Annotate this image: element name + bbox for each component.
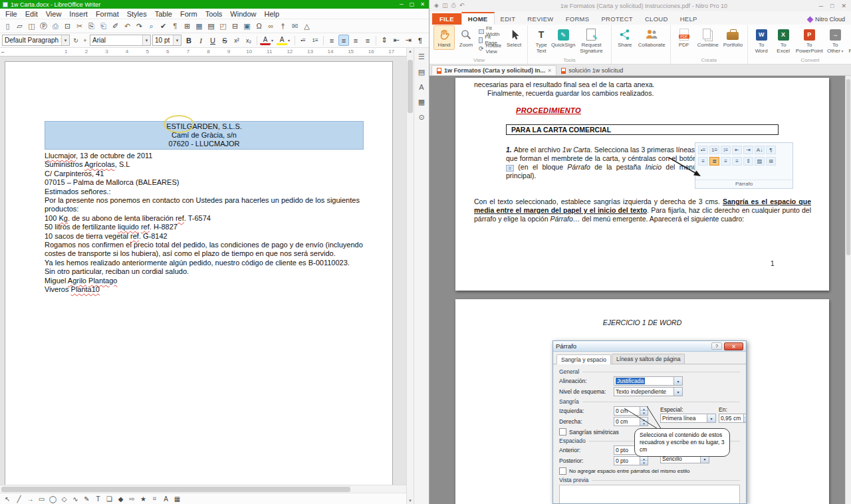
- navigator-icon[interactable]: ⊙: [418, 113, 424, 122]
- minimize-button[interactable]: ─: [400, 0, 404, 9]
- line-spacing-button[interactable]: ⇕: [379, 35, 390, 46]
- font-color-button[interactable]: A: [260, 35, 271, 45]
- align-left-button[interactable]: ≡: [326, 35, 337, 46]
- save-icon[interactable]: ◫: [442, 2, 448, 9]
- subscript-button[interactable]: x₂: [243, 35, 254, 46]
- flowchart-icon[interactable]: ⌗: [150, 494, 160, 503]
- text-box-icon[interactable]: T: [93, 494, 103, 503]
- select-tool-button[interactable]: Select: [503, 25, 525, 50]
- insert-image-icon[interactable]: ▦: [193, 21, 205, 32]
- vertical-scrollbar-thumb[interactable]: [408, 60, 413, 113]
- open-icon[interactable]: ▱: [14, 21, 25, 32]
- curve-icon[interactable]: ∿: [70, 494, 80, 503]
- align-center-button[interactable]: ≡: [338, 35, 349, 46]
- tab-help[interactable]: HELP: [674, 13, 703, 25]
- block-arrows-icon[interactable]: ⇨: [127, 494, 137, 503]
- to-other-button[interactable]: To Other: [824, 25, 846, 56]
- insert-frame-icon[interactable]: ▦: [172, 494, 182, 503]
- save-icon[interactable]: ◫: [26, 21, 37, 32]
- menu-item[interactable]: File: [1, 9, 21, 19]
- horizontal-scrollbar-thumb[interactable]: [1, 487, 350, 492]
- basic-shapes-icon[interactable]: ◆: [116, 494, 126, 503]
- maximize-button[interactable]: □: [830, 3, 834, 9]
- selected-letterhead[interactable]: ESTILGARDEN, S.L.S. Camí de Gràcia, s/n …: [45, 121, 364, 150]
- tab-forms[interactable]: FORMS: [560, 13, 596, 25]
- to-pdfa-button[interactable]: To PDF/A: [846, 25, 851, 56]
- menu-item[interactable]: Tools: [201, 9, 227, 19]
- decrease-indent-button[interactable]: ⇤: [391, 35, 402, 46]
- align-justify-button[interactable]: ≡: [362, 35, 373, 46]
- update-style-button[interactable]: ↻: [71, 35, 80, 46]
- gallery-icon[interactable]: ▦: [418, 98, 425, 106]
- maximize-button[interactable]: ▢: [410, 0, 415, 9]
- nitro-cloud-button[interactable]: Nitro Cloud: [808, 16, 851, 25]
- font-size-select[interactable]: 10 pt: [152, 35, 182, 46]
- share-button[interactable]: Share: [614, 25, 636, 50]
- bold-button[interactable]: B: [183, 35, 194, 46]
- portfolio-button[interactable]: Portfolio: [721, 25, 745, 50]
- chevron-down-icon[interactable]: ▾: [271, 38, 276, 43]
- underline-button[interactable]: U: [207, 35, 218, 46]
- pdf-scrollbar-thumb[interactable]: [846, 79, 850, 255]
- tab-stop-icon[interactable]: ⌐: [1, 49, 5, 55]
- insert-chart-icon[interactable]: ▤: [205, 21, 217, 32]
- export-pdf-icon[interactable]: Ⓟ: [38, 21, 49, 32]
- select-icon[interactable]: ↖: [3, 494, 13, 503]
- styles-icon[interactable]: A: [419, 83, 424, 91]
- paragraph-mark-button[interactable]: ¶: [415, 35, 426, 46]
- horizontal-scrollbar[interactable]: [0, 485, 406, 493]
- menu-item[interactable]: Edit: [21, 9, 42, 19]
- special-character-icon[interactable]: Ω: [253, 21, 265, 32]
- insert-textbox-icon[interactable]: ◰: [217, 21, 229, 32]
- fontwork-icon[interactable]: A: [161, 494, 171, 503]
- formatting-marks-icon[interactable]: ¶: [170, 21, 181, 32]
- print-icon[interactable]: ⎙: [451, 2, 455, 9]
- copy-icon[interactable]: ⎘: [86, 21, 97, 32]
- footnote-icon[interactable]: †: [277, 21, 289, 32]
- menu-item[interactable]: Styles: [123, 9, 151, 19]
- chevron-down-icon[interactable]: [142, 35, 150, 45]
- track-changes-icon[interactable]: △: [301, 21, 312, 32]
- spelling-icon[interactable]: ✔: [158, 21, 169, 32]
- to-excel-button[interactable]: To Excel: [773, 25, 794, 56]
- font-name-select[interactable]: Arial: [90, 35, 151, 46]
- find-replace-icon[interactable]: ⌕: [146, 21, 157, 32]
- writer-titlebar[interactable]: 1w Carta.docx - LibreOffice Writer ─ ▢ ✕: [0, 0, 429, 9]
- to-powerpoint-button[interactable]: To PowerPoint: [794, 25, 824, 56]
- rotate-view-button[interactable]: Rotate View: [477, 45, 503, 53]
- menu-item[interactable]: View: [42, 9, 66, 19]
- line-icon[interactable]: ╱: [14, 494, 24, 503]
- quicksign-button[interactable]: QuickSign: [552, 25, 574, 50]
- tab-file[interactable]: FILE: [432, 13, 461, 25]
- menu-item[interactable]: Format: [92, 9, 123, 19]
- close-button[interactable]: ✕: [841, 3, 846, 9]
- print-preview-icon[interactable]: ⊡: [62, 21, 73, 32]
- create-pdf-button[interactable]: PDF: [673, 25, 695, 50]
- pdf-page-2[interactable]: EJERCICIO 1 DE WORD Párrafo Sangría y es…: [455, 299, 829, 504]
- tab-review[interactable]: REVIEW: [521, 13, 559, 25]
- properties-icon[interactable]: ▤: [418, 68, 425, 76]
- menu-item[interactable]: Help: [260, 9, 283, 19]
- print-icon[interactable]: ⎙: [50, 21, 61, 32]
- new-style-button[interactable]: +: [80, 35, 90, 46]
- vertical-scrollbar[interactable]: ▲ ▼: [406, 48, 414, 504]
- scroll-down-icon[interactable]: ▼: [407, 499, 414, 503]
- tab-edit[interactable]: EDIT: [495, 13, 522, 25]
- numbered-list-button[interactable]: 1≡: [310, 35, 320, 46]
- chevron-down-icon[interactable]: [61, 35, 69, 45]
- chevron-down-icon[interactable]: ▾: [288, 38, 293, 43]
- insert-link-icon[interactable]: ∞: [265, 21, 277, 32]
- menu-item[interactable]: Window: [226, 9, 260, 19]
- superscript-button[interactable]: x²: [231, 35, 242, 46]
- comment-icon[interactable]: ✉: [289, 21, 301, 32]
- close-button[interactable]: ✕: [420, 0, 425, 9]
- combine-button[interactable]: Combine: [695, 25, 721, 50]
- italic-button[interactable]: I: [195, 35, 206, 46]
- bullet-list-button[interactable]: •≡: [298, 35, 308, 46]
- cut-icon[interactable]: ✂: [74, 21, 85, 32]
- nitro-logo-icon[interactable]: ◈: [434, 2, 439, 9]
- document-page[interactable]: ESTILGARDEN, S.L.S. Camí de Gràcia, s/n …: [5, 61, 393, 485]
- request-signature-button[interactable]: Request Signature: [574, 25, 608, 56]
- document-tab[interactable]: solución 1w solicitud: [556, 66, 628, 75]
- hand-tool-button[interactable]: Hand: [433, 25, 455, 50]
